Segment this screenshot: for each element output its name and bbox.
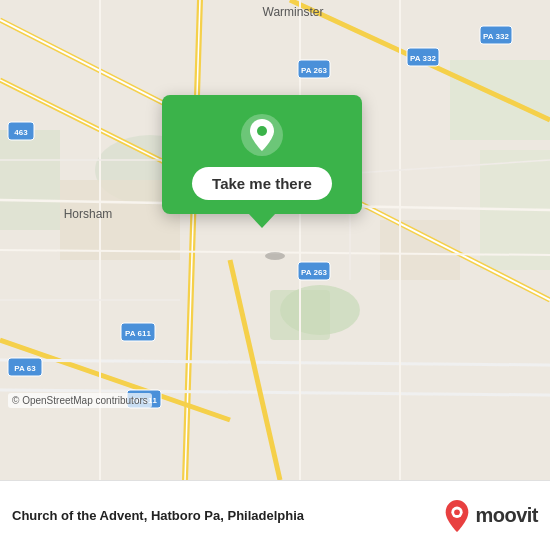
svg-point-47 (265, 252, 285, 260)
popup-card: Take me there (162, 95, 362, 214)
svg-text:PA 63: PA 63 (14, 364, 36, 373)
map-background: PA 263 PA 332 PA 332 463 PA 263 PA 611 P… (0, 0, 550, 480)
svg-point-51 (455, 509, 461, 515)
svg-text:Warminster: Warminster (263, 5, 324, 19)
svg-text:Horsham: Horsham (64, 207, 113, 221)
svg-text:PA 332: PA 332 (410, 54, 436, 63)
bottom-bar: Church of the Advent, Hatboro Pa, Philad… (0, 480, 550, 550)
svg-text:PA 611: PA 611 (125, 329, 151, 338)
moovit-logo: moovit (443, 499, 538, 533)
copyright-text: © OpenStreetMap contributors (8, 393, 152, 408)
take-me-there-button[interactable]: Take me there (192, 167, 332, 200)
svg-text:463: 463 (14, 128, 28, 137)
svg-text:PA 332: PA 332 (483, 32, 509, 41)
svg-rect-3 (0, 130, 60, 230)
location-pin-icon (240, 113, 284, 157)
moovit-text: moovit (475, 504, 538, 527)
map-container: PA 263 PA 332 PA 332 463 PA 263 PA 611 P… (0, 0, 550, 480)
place-name: Church of the Advent, Hatboro Pa, Philad… (12, 508, 431, 523)
svg-text:PA 263: PA 263 (301, 66, 327, 75)
moovit-pin-icon (443, 499, 471, 533)
svg-text:PA 263: PA 263 (301, 268, 327, 277)
place-info: Church of the Advent, Hatboro Pa, Philad… (12, 508, 431, 523)
svg-point-49 (257, 126, 267, 136)
svg-rect-4 (450, 60, 550, 140)
